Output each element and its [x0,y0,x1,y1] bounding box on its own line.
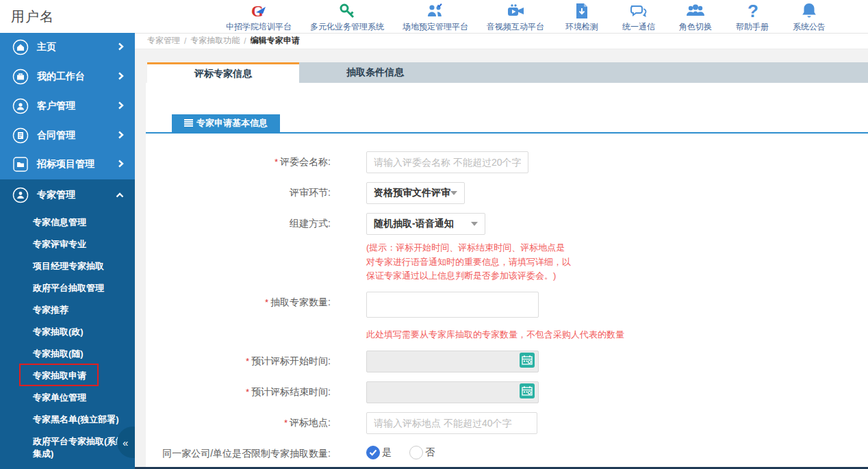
nav-item-label: 角色切换 [679,21,712,33]
sidebar-subitem-gov-platform-extraction[interactable]: 政府平台专家抽取(系统集成) [0,431,135,465]
collapse-icon: « [123,437,128,448]
chevron-down-icon [471,222,478,226]
sidebar-subitem-expert-info[interactable]: 专家信息管理 [0,212,135,233]
contract-icon [12,127,29,144]
nav-item-training-platform[interactable]: G 中招学院培训平台 [226,1,292,33]
sidebar-subitem-blacklist[interactable]: 专家黑名单(独立部署) [0,409,135,431]
chevron-right-icon [117,159,124,170]
video-camera-icon [507,1,525,20]
nav-item-label: 统一通信 [622,21,655,33]
section-title: 专家申请基本信息 [196,117,268,129]
nav-item-label: 多元化业务管理系统 [310,21,384,33]
main-area: 专家管理 / 专家抽取功能 / 编辑专家申请 评标专家信息 抽取条件信息 专家申… [135,33,868,469]
sidebar-subitem-expert-recommend[interactable]: 专家推荐 [0,299,135,321]
form-row: *抽取专家数量: 此处填写需要从专家库抽取的专家数量，不包含采购人代表的数量 [146,292,868,342]
sidebar-item-label: 合同管理 [37,129,117,142]
nav-item-unified-comm[interactable]: 统一通信 [620,1,658,33]
field-label: *评委会名称: [146,151,331,173]
customer-icon [12,98,29,114]
required-mark: * [246,387,249,397]
sidebar-item-contracts[interactable]: 合同管理 [0,121,135,150]
nav-item-av-platform[interactable]: 音视频互动平台 [487,1,544,33]
sidebar-item-customers[interactable]: 客户管理 [0,91,135,121]
chevron-right-icon [117,71,124,82]
header-nav: G 中招学院培训平台 多元化业务管理系统 场地预定管理平台 音视频互动平台 [226,1,861,33]
required-mark: * [246,356,249,366]
key-icon [338,1,356,20]
expert-count-hint: 此处填写需要从专家库抽取的专家数量，不包含采购人代表的数量 [366,328,624,342]
nav-item-venue-booking[interactable]: 场地预定管理平台 [403,1,468,33]
nav-item-label: 场地预定管理平台 [403,21,468,33]
sidebar-subitem-extraction-apply[interactable]: 专家抽取申请 [0,365,135,387]
users-icon [685,1,706,20]
nav-item-multi-business[interactable]: 多元化业务管理系统 [310,1,384,33]
sidebar-item-bid-projects[interactable]: 招标项目管理 [0,150,135,179]
radio-option-no[interactable]: 否 [409,446,435,459]
sidebar-subitem-label: 专家抽取申请 [33,370,86,381]
chevron-up-icon [116,190,124,201]
breadcrumb-item[interactable]: 专家管理 [147,35,180,47]
committee-name-input[interactable] [366,151,528,173]
sidebar-item-label: 主页 [37,41,117,53]
sidebar-item-experts[interactable]: 专家管理 [0,179,135,212]
nav-item-role-switch[interactable]: 角色切换 [676,1,715,33]
field-label: *抽取专家数量: [146,292,331,342]
sidebar: 主页 我的工作台 客户管理 [0,33,135,469]
breadcrumb-item[interactable]: 专家抽取功能 [190,35,240,47]
form-row: 组建方式: 随机抽取-语音通知 (提示：评标开始时间、评标结束时间、评标地点是对… [146,213,868,282]
sidebar-subitem-review-specialty[interactable]: 专家评审专业 [0,233,135,255]
top-header: 用户名 G 中招学院培训平台 多元化业务管理系统 场地预定管理平台 音视频互动平… [0,0,868,33]
sidebar-item-home[interactable]: 主页 [0,33,135,62]
radio-option-yes[interactable]: 是 [366,446,392,459]
sidebar-subitem-pm-extraction[interactable]: 项目经理专家抽取 [0,255,135,277]
select-value: 随机抽取-语音通知 [374,218,454,230]
end-time-input[interactable] [366,381,539,403]
form-row: *预计评标结束时间: [146,381,868,403]
field-label: *预计评标结束时间: [146,381,331,403]
form-row: *评标地点: [146,412,868,434]
chat-bubbles-icon [629,1,648,20]
chevron-down-icon [450,191,457,195]
formation-method-select[interactable]: 随机抽取-语音通知 [366,213,485,235]
nav-item-label: 中招学院培训平台 [226,21,292,33]
chevron-right-icon [117,130,124,141]
sidebar-subitem-extraction-gov[interactable]: 专家抽取(政) [0,321,135,343]
required-mark: * [265,297,268,307]
calendar-icon[interactable] [520,353,535,370]
start-time-input[interactable] [366,351,539,372]
expert-count-input[interactable] [366,292,539,318]
people-check-icon [426,1,445,20]
evaluation-location-input[interactable] [366,412,537,434]
nav-item-help[interactable]: ? 帮助手册 [733,1,771,33]
field-label: *预计评标开始时间: [146,351,331,372]
form-row: *预计评标开始时间: [146,351,868,372]
sidebar-item-workbench[interactable]: 我的工作台 [0,62,135,92]
project-icon [12,156,29,173]
tab-expert-info[interactable]: 评标专家信息 [147,62,299,84]
nav-item-env-check[interactable]: 环境检测 [563,1,601,33]
nav-item-label: 系统公告 [793,21,826,33]
form-row: 同一家公司/单位是否限制专家抽取数量: 是 否 [146,443,868,460]
sidebar-item-label: 我的工作台 [37,71,117,83]
breadcrumb-current: 编辑专家申请 [251,35,300,47]
question-icon: ? [743,1,761,20]
review-stage-select[interactable]: 资格预审文件评审 [366,182,465,204]
radio-checked-icon [366,446,380,459]
sidebar-subitem-expert-unit[interactable]: 专家单位管理 [0,387,135,409]
sidebar-subitem-gov-extraction-mgmt[interactable]: 政府平台抽取管理 [0,277,135,299]
g-logo-icon: G [250,1,268,20]
chevron-right-icon [117,42,124,53]
section-title-tab: 专家申请基本信息 [172,114,280,132]
required-mark: * [275,157,278,167]
tab-extraction-conditions[interactable]: 抽取条件信息 [299,62,451,84]
breadcrumb-separator: / [184,36,186,46]
tab-bar: 评标专家信息 抽取条件信息 [147,62,868,84]
section-header: 专家申请基本信息 [146,114,868,134]
sidebar-item-label: 招标项目管理 [37,158,117,170]
nav-item-announcements[interactable]: 系统公告 [790,1,828,33]
form-row: 评审环节: 资格预审文件评审 [146,182,868,204]
sidebar-subitem-extraction-random[interactable]: 专家抽取(随) [0,343,135,365]
doc-download-icon [573,1,591,20]
calendar-icon[interactable] [520,383,535,401]
breadcrumb-separator: / [244,36,246,46]
